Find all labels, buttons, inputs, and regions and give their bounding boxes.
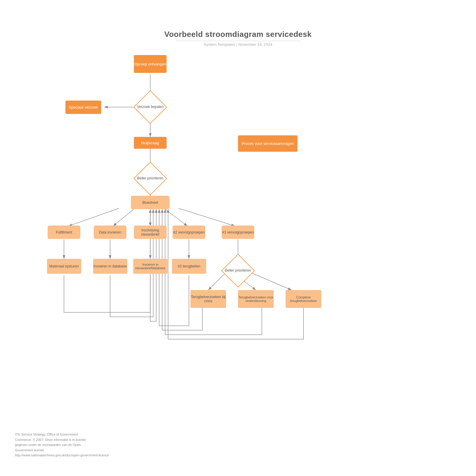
svg-line-7 bbox=[113, 209, 134, 226]
node-terugbellen2: #2 terugbellen bbox=[172, 259, 206, 274]
svg-line-6 bbox=[68, 208, 119, 226]
node-terugbelverzoeken-crisis: Terugbelverzoeken bij crisis bbox=[190, 290, 226, 308]
node-beller1: Beller prioriteren bbox=[134, 165, 167, 192]
node-proces: Proces voor serviceaanvragen bbox=[238, 135, 298, 152]
node-vervolgoproepen1: #1 vervolgoproepen bbox=[222, 226, 254, 239]
node-speciaal: Speciaal verzoek bbox=[65, 101, 101, 114]
flowchart: Oproep ontvangen Verzoek bepalen Speciaa… bbox=[0, 46, 476, 463]
footer-text: ITIL Service Strategy, Office of Governm… bbox=[15, 432, 109, 458]
svg-line-18 bbox=[250, 272, 292, 290]
title-underline bbox=[176, 41, 300, 41]
node-data-invoeren: Data invoeren bbox=[94, 226, 126, 239]
svg-line-9 bbox=[165, 209, 187, 226]
page-title: Voorbeeld stroomdiagram servicedesk bbox=[0, 30, 476, 39]
node-inschrijving: Inschrijving nieuwsbrief bbox=[134, 226, 167, 239]
node-beller2: Beller prioriteren bbox=[222, 257, 254, 284]
node-materiaal: Materiaal opsturen bbox=[47, 259, 81, 274]
node-invoeren-nieuwsbrief: Invoeren in nieuwsbriefdatabase bbox=[133, 259, 167, 274]
node-complexe: Complexe terugbelverzoeken bbox=[286, 290, 321, 308]
node-oproep: Oproep ontvangen bbox=[134, 55, 167, 73]
page-container: Voorbeeld stroomdiagram servicedesk Syst… bbox=[0, 0, 476, 476]
node-vervolgoproepen2: #2 vervolgoproepen bbox=[173, 226, 205, 239]
node-bluesheet: Bluesheet bbox=[131, 196, 170, 209]
node-verzoek: Verzoek bepalen bbox=[134, 94, 167, 120]
node-invoeren-db: Invoeren in database bbox=[93, 259, 127, 274]
node-terugbelverzoeken-ondersteuning: Terugbelverzoeken voor ondersteuning bbox=[238, 290, 274, 308]
title-area: Voorbeeld stroomdiagram servicedesk Syst… bbox=[0, 0, 476, 47]
node-hulpvraag: Hulpvraag bbox=[134, 137, 167, 149]
svg-line-10 bbox=[178, 208, 235, 226]
node-fulfillment: Fulfillment bbox=[48, 226, 80, 239]
